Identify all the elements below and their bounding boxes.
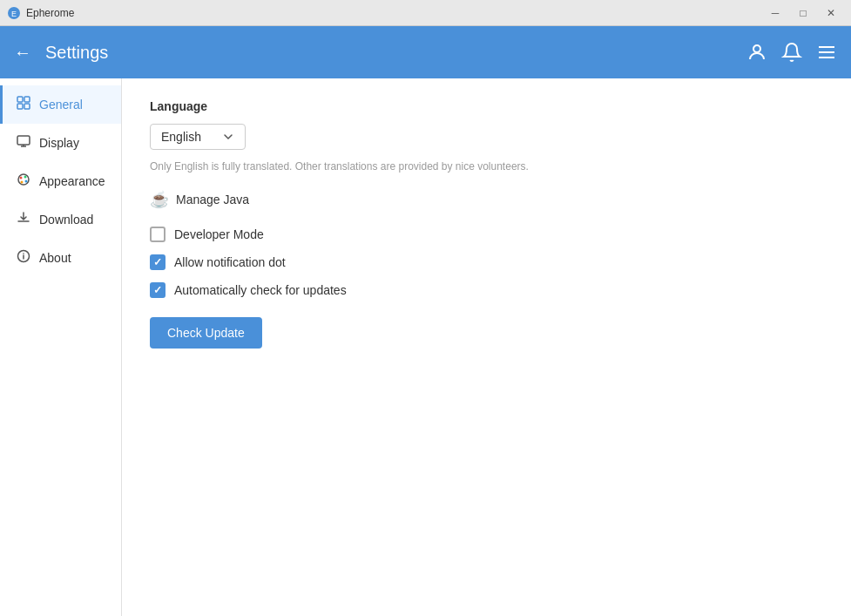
- svg-text:E: E: [11, 10, 17, 18]
- svg-point-14: [20, 177, 23, 179]
- bell-icon: [781, 42, 802, 63]
- main-layout: General Display: [0, 78, 851, 616]
- close-button[interactable]: ✕: [818, 3, 844, 23]
- allow-notification-row: ✓ Allow notification dot: [150, 254, 823, 270]
- content-area: Language English Only English is fully t…: [122, 78, 851, 616]
- svg-point-16: [25, 180, 28, 183]
- back-button[interactable]: ←: [14, 43, 31, 63]
- auto-check-label: Automatically check for updates: [174, 283, 347, 297]
- svg-rect-7: [24, 97, 30, 102]
- svg-point-17: [21, 181, 24, 184]
- display-icon: [17, 134, 30, 152]
- svg-point-13: [18, 174, 29, 185]
- sidebar-item-appearance[interactable]: Appearance: [0, 162, 121, 200]
- restore-button[interactable]: □: [790, 3, 816, 23]
- language-hint: Only English is fully translated. Other …: [150, 160, 823, 173]
- sidebar-item-general[interactable]: General: [0, 85, 121, 124]
- sidebar-item-download-label: Download: [39, 213, 93, 227]
- header-left: ← Settings: [14, 43, 108, 63]
- header-right: [746, 42, 837, 63]
- sidebar-item-display[interactable]: Display: [0, 124, 121, 162]
- svg-point-20: [23, 253, 24, 254]
- svg-rect-6: [17, 97, 23, 102]
- checkmark-icon-2: ✓: [153, 284, 162, 296]
- svg-rect-9: [24, 104, 30, 109]
- language-select[interactable]: English: [150, 124, 246, 150]
- manage-java-label: Manage Java: [176, 193, 249, 206]
- app-header: ← Settings: [0, 26, 851, 78]
- app-icon: E: [7, 6, 21, 20]
- download-icon: [17, 211, 30, 228]
- svg-point-15: [24, 176, 27, 179]
- profile-button[interactable]: [746, 42, 767, 63]
- menu-icon: [816, 42, 837, 63]
- svg-rect-10: [17, 136, 30, 145]
- app-title: Epherome: [26, 7, 74, 19]
- developer-mode-row: Developer Mode: [150, 227, 823, 242]
- allow-notification-checkbox[interactable]: ✓: [150, 254, 165, 270]
- language-section-label: Language: [150, 99, 823, 113]
- java-icon: ☕: [150, 190, 169, 209]
- svg-rect-8: [17, 104, 23, 109]
- sidebar-item-download[interactable]: Download: [0, 200, 121, 239]
- sidebar-item-general-label: General: [39, 98, 83, 112]
- manage-java-button[interactable]: ☕ Manage Java: [150, 190, 823, 209]
- checkmark-icon: ✓: [153, 256, 162, 268]
- developer-mode-label: Developer Mode: [174, 227, 264, 241]
- minimize-button[interactable]: ─: [762, 3, 788, 23]
- allow-notification-label: Allow notification dot: [174, 255, 286, 269]
- titlebar: E Epherome ─ □ ✕: [0, 0, 851, 26]
- auto-check-checkbox[interactable]: ✓: [150, 282, 165, 298]
- svg-point-2: [753, 45, 760, 52]
- auto-check-row: ✓ Automatically check for updates: [150, 282, 823, 298]
- page-title: Settings: [45, 43, 108, 63]
- appearance-icon: [17, 173, 30, 190]
- sidebar-item-appearance-label: Appearance: [39, 174, 105, 188]
- sidebar: General Display: [0, 78, 122, 616]
- about-icon: [17, 249, 30, 267]
- chevron-down-icon: [222, 131, 234, 143]
- titlebar-controls: ─ □ ✕: [762, 3, 844, 23]
- titlebar-left: E Epherome: [7, 6, 74, 20]
- menu-button[interactable]: [816, 42, 837, 63]
- sidebar-item-about-label: About: [39, 251, 71, 265]
- check-update-button[interactable]: Check Update: [150, 317, 262, 349]
- person-icon: [746, 42, 767, 63]
- notification-button[interactable]: [781, 42, 802, 63]
- general-icon: [17, 96, 30, 113]
- sidebar-item-display-label: Display: [39, 136, 79, 150]
- sidebar-item-about[interactable]: About: [0, 239, 121, 277]
- developer-mode-checkbox[interactable]: [150, 227, 165, 242]
- language-value: English: [161, 130, 201, 144]
